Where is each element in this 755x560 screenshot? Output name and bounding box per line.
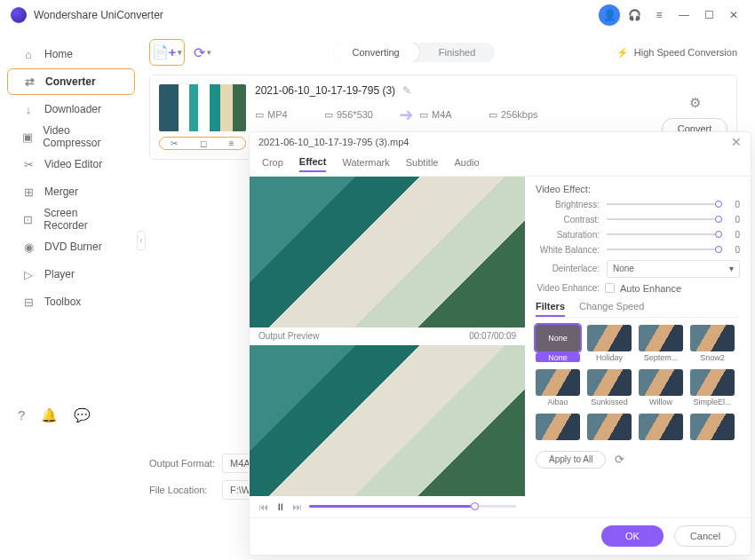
subtab-speed[interactable]: Change Speed [579, 301, 644, 317]
help-icon[interactable]: ? [18, 407, 25, 423]
sidebar-item-label: Converter [45, 75, 96, 88]
controls-column: Video Effect: Brightness:0 Contrast:0 Sa… [525, 177, 751, 517]
src-fmt: MP4 [267, 109, 288, 120]
sidebar-item-compressor[interactable]: ▣Video Compressor [7, 123, 135, 150]
sidebar-item-toolbox[interactable]: ⊟Toolbox [7, 288, 135, 315]
filter-holiday[interactable]: Holiday [587, 325, 632, 362]
bolt-icon: ⚡ [616, 47, 629, 59]
filter-willow[interactable]: Willow [639, 369, 683, 406]
file-name: 2021-06-10_10-17-19-795 (3) [255, 84, 395, 97]
sidebar-item-home[interactable]: ⌂Home [7, 41, 135, 67]
filter-none[interactable]: NoneNone [536, 325, 580, 362]
auto-enhance-checkbox[interactable] [605, 283, 615, 293]
next-button[interactable]: ⏭ [292, 501, 302, 512]
minimize-button[interactable]: — [673, 4, 695, 26]
dialog-close-icon[interactable]: ✕ [731, 135, 742, 149]
wb-slider[interactable] [607, 248, 722, 250]
player-icon: ▷ [21, 267, 36, 281]
brightness-value: 0 [729, 200, 740, 209]
sidebar-item-label: Video Compressor [43, 124, 121, 149]
seek-slider[interactable] [309, 505, 516, 508]
tab-finished[interactable]: Finished [419, 43, 496, 62]
maximize-button[interactable]: ☐ [698, 4, 719, 26]
crop-icon[interactable]: ◻ [200, 138, 207, 148]
effect-dialog: 2021-06-10_10-17-19-795 (3).mp4 ✕ Crop E… [249, 131, 751, 556]
support-icon[interactable]: 🎧 [624, 4, 645, 26]
sidebar-item-editor[interactable]: ✂Video Editor [7, 151, 135, 177]
tab-crop[interactable]: Crop [262, 157, 283, 171]
saturation-slider[interactable] [607, 233, 722, 235]
sidebar-item-label: DVD Burner [44, 241, 102, 253]
edit-name-icon[interactable]: ✎ [402, 84, 411, 97]
sidebar-item-label: Home [44, 48, 73, 60]
subtab-filters[interactable]: Filters [536, 301, 565, 317]
filter-aibao[interactable]: Aibao [536, 369, 580, 406]
src-res: 956*530 [337, 109, 373, 120]
deinterlace-label: Deinterlace: [536, 264, 600, 273]
trim-icon[interactable]: ✂ [171, 138, 178, 148]
preview-label: Output Preview [258, 331, 319, 341]
filter-snow2[interactable]: Snow2 [690, 325, 735, 362]
tab-watermark[interactable]: Watermark [342, 157, 389, 171]
close-button[interactable]: ✕ [723, 4, 744, 26]
compressor-icon: ▣ [21, 130, 34, 144]
sidebar-item-downloader[interactable]: ↓Downloader [7, 96, 135, 122]
arrow-right-icon: ➜ [399, 104, 414, 125]
thumb-controls: ✂ ◻ ≡ [159, 137, 246, 150]
pause-button[interactable]: ⏸ [275, 501, 285, 512]
filter-item[interactable] [587, 414, 632, 442]
filter-item[interactable] [639, 414, 683, 442]
tab-subtitle[interactable]: Subtitle [406, 157, 439, 171]
high-speed-toggle[interactable]: ⚡High Speed Conversion [616, 47, 737, 59]
sidebar-item-converter[interactable]: ⇄Converter [7, 68, 135, 95]
menu-icon[interactable]: ≡ [648, 4, 670, 26]
auto-enhance-label: Auto Enhance [620, 283, 681, 294]
apply-to-all-button[interactable]: Apply to All [536, 451, 606, 469]
home-icon: ⌂ [21, 47, 36, 61]
sidebar-item-label: Merger [44, 185, 78, 198]
filters-grid: NoneNone Holiday Septem... Snow2 Aibao S… [536, 325, 740, 442]
filter-item[interactable] [690, 414, 735, 442]
tab-converting[interactable]: Converting [333, 43, 419, 62]
add-file-button[interactable]: 📄+▾ [149, 39, 185, 66]
cancel-button[interactable]: Cancel [674, 525, 736, 547]
filter-sunkissed[interactable]: Sunkissed [587, 369, 632, 406]
toolbox-icon: ⊟ [21, 295, 36, 309]
sidebar-item-label: Video Editor [44, 158, 102, 170]
tab-audio[interactable]: Audio [454, 157, 479, 171]
sidebar-item-label: Toolbox [44, 296, 81, 308]
sidebar-item-label: Player [44, 268, 75, 280]
bell-icon[interactable]: 🔔 [41, 407, 58, 423]
effect-sub-tabs: Filters Change Speed [536, 301, 740, 318]
preview-time: 00:07/00:09 [469, 331, 516, 341]
more-icon[interactable]: ≡ [229, 138, 234, 148]
output-format-label: Output Format: [149, 458, 222, 469]
brightness-slider[interactable] [607, 203, 722, 205]
account-icon[interactable]: 👤 [599, 4, 620, 26]
brightness-label: Brightness: [536, 200, 600, 209]
enhance-label: Video Enhance: [536, 283, 600, 293]
deinterlace-select[interactable]: None▾ [607, 260, 740, 278]
prev-button[interactable]: ⏮ [258, 501, 268, 512]
wb-value: 0 [729, 245, 740, 255]
sidebar-item-merger[interactable]: ⊞Merger [7, 178, 135, 205]
filter-item[interactable] [536, 414, 580, 442]
reset-icon[interactable]: ⟳ [615, 453, 624, 466]
app-logo [11, 7, 27, 23]
contrast-slider[interactable] [607, 218, 722, 220]
chat-icon[interactable]: 💬 [74, 407, 91, 423]
file-thumbnail[interactable] [159, 84, 246, 131]
titlebar: Wondershare UniConverter 👤 🎧 ≡ — ☐ ✕ [0, 0, 755, 30]
sidebar-item-recorder[interactable]: ⊡Screen Recorder [7, 206, 135, 233]
refresh-button[interactable]: ⟳▾ [194, 44, 211, 61]
tab-effect[interactable]: Effect [299, 156, 327, 172]
filter-simpleel[interactable]: SimpleEl... [690, 369, 735, 406]
res-icon: ▭ [324, 109, 333, 121]
settings-icon[interactable]: ⚙ [689, 95, 701, 111]
editor-icon: ✂ [21, 157, 36, 171]
filter-september[interactable]: Septem... [639, 325, 683, 362]
recorder-icon: ⊡ [21, 212, 35, 226]
sidebar-item-player[interactable]: ▷Player [7, 261, 135, 288]
sidebar-item-dvd[interactable]: ◉DVD Burner [7, 233, 135, 260]
ok-button[interactable]: OK [601, 525, 664, 547]
